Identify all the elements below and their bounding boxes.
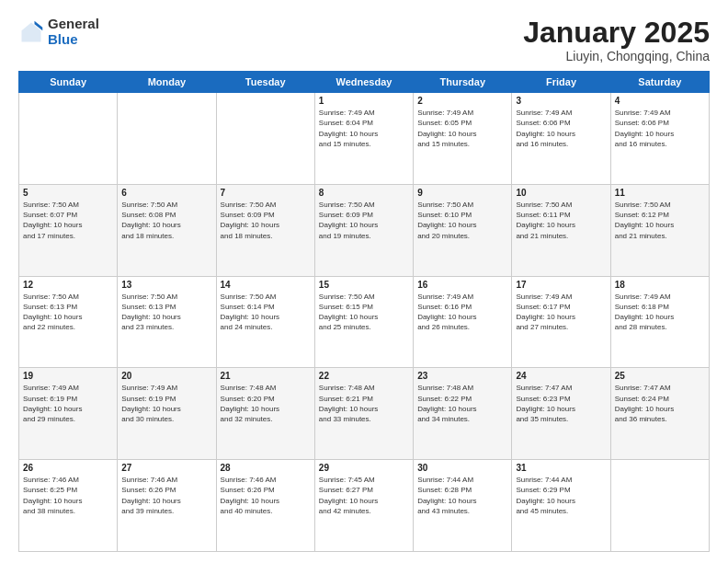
day-info-16: Sunrise: 7:49 AM Sunset: 6:16 PM Dayligh… xyxy=(417,292,507,333)
cell-week3-day6: 25Sunrise: 7:47 AM Sunset: 6:24 PM Dayli… xyxy=(610,368,709,460)
day-number-3: 3 xyxy=(516,96,606,106)
cell-week4-day5: 31Sunrise: 7:44 AM Sunset: 6:29 PM Dayli… xyxy=(512,460,610,552)
day-info-7: Sunrise: 7:50 AM Sunset: 6:09 PM Dayligh… xyxy=(221,200,311,241)
day-number-23: 23 xyxy=(417,371,507,381)
title-block: January 2025 Liuyin, Chongqing, China xyxy=(523,17,710,63)
day-info-31: Sunrise: 7:44 AM Sunset: 6:29 PM Dayligh… xyxy=(516,475,606,516)
day-info-25: Sunrise: 7:47 AM Sunset: 6:24 PM Dayligh… xyxy=(615,383,705,424)
cell-week1-day0: 5Sunrise: 7:50 AM Sunset: 6:07 PM Daylig… xyxy=(19,184,118,276)
day-number-10: 10 xyxy=(516,188,606,198)
day-number-5: 5 xyxy=(23,188,113,198)
day-number-22: 22 xyxy=(319,371,409,381)
day-info-19: Sunrise: 7:49 AM Sunset: 6:19 PM Dayligh… xyxy=(23,383,113,424)
logo: General Blue xyxy=(18,17,99,47)
day-info-24: Sunrise: 7:47 AM Sunset: 6:23 PM Dayligh… xyxy=(516,383,606,424)
day-number-19: 19 xyxy=(23,371,113,381)
cell-week1-day4: 9Sunrise: 7:50 AM Sunset: 6:10 PM Daylig… xyxy=(414,184,512,276)
week-row-2: 12Sunrise: 7:50 AM Sunset: 6:13 PM Dayli… xyxy=(19,276,710,368)
day-number-20: 20 xyxy=(121,371,211,381)
cell-week2-day6: 18Sunrise: 7:49 AM Sunset: 6:18 PM Dayli… xyxy=(610,276,709,368)
day-number-17: 17 xyxy=(516,280,606,290)
header-row: Sunday Monday Tuesday Wednesday Thursday… xyxy=(19,72,710,93)
cell-week1-day3: 8Sunrise: 7:50 AM Sunset: 6:09 PM Daylig… xyxy=(314,184,413,276)
day-number-29: 29 xyxy=(319,463,409,473)
cell-week2-day4: 16Sunrise: 7:49 AM Sunset: 6:16 PM Dayli… xyxy=(414,276,512,368)
cell-week0-day3: 1Sunrise: 7:49 AM Sunset: 6:04 PM Daylig… xyxy=(314,93,413,185)
day-info-14: Sunrise: 7:50 AM Sunset: 6:14 PM Dayligh… xyxy=(221,292,311,333)
day-info-1: Sunrise: 7:49 AM Sunset: 6:04 PM Dayligh… xyxy=(319,108,409,149)
day-number-12: 12 xyxy=(23,280,113,290)
day-info-12: Sunrise: 7:50 AM Sunset: 6:13 PM Dayligh… xyxy=(23,292,113,333)
day-number-30: 30 xyxy=(417,463,507,473)
day-number-14: 14 xyxy=(221,280,311,290)
cell-week4-day4: 30Sunrise: 7:44 AM Sunset: 6:28 PM Dayli… xyxy=(414,460,512,552)
header: General Blue January 2025 Liuyin, Chongq… xyxy=(18,17,710,63)
week-row-4: 26Sunrise: 7:46 AM Sunset: 6:25 PM Dayli… xyxy=(19,460,710,552)
calendar-title: January 2025 xyxy=(523,17,710,49)
day-number-31: 31 xyxy=(516,463,606,473)
header-wednesday: Wednesday xyxy=(314,72,413,93)
day-number-2: 2 xyxy=(417,96,507,106)
day-number-15: 15 xyxy=(319,280,409,290)
header-monday: Monday xyxy=(118,72,216,93)
cell-week4-day3: 29Sunrise: 7:45 AM Sunset: 6:27 PM Dayli… xyxy=(314,460,413,552)
cell-week0-day0 xyxy=(19,93,118,185)
cell-week0-day5: 3Sunrise: 7:49 AM Sunset: 6:06 PM Daylig… xyxy=(512,93,610,185)
day-number-7: 7 xyxy=(221,188,311,198)
day-info-26: Sunrise: 7:46 AM Sunset: 6:25 PM Dayligh… xyxy=(23,475,113,516)
cell-week2-day5: 17Sunrise: 7:49 AM Sunset: 6:17 PM Dayli… xyxy=(512,276,610,368)
day-info-4: Sunrise: 7:49 AM Sunset: 6:06 PM Dayligh… xyxy=(615,108,705,149)
day-number-28: 28 xyxy=(221,463,311,473)
week-row-0: 1Sunrise: 7:49 AM Sunset: 6:04 PM Daylig… xyxy=(19,93,710,185)
cell-week3-day2: 21Sunrise: 7:48 AM Sunset: 6:20 PM Dayli… xyxy=(216,368,314,460)
day-info-20: Sunrise: 7:49 AM Sunset: 6:19 PM Dayligh… xyxy=(121,383,211,424)
cell-week0-day6: 4Sunrise: 7:49 AM Sunset: 6:06 PM Daylig… xyxy=(610,93,709,185)
day-info-13: Sunrise: 7:50 AM Sunset: 6:13 PM Dayligh… xyxy=(121,292,211,333)
day-number-11: 11 xyxy=(615,188,705,198)
cell-week1-day2: 7Sunrise: 7:50 AM Sunset: 6:09 PM Daylig… xyxy=(216,184,314,276)
cell-week0-day1 xyxy=(118,93,216,185)
cell-week4-day2: 28Sunrise: 7:46 AM Sunset: 6:26 PM Dayli… xyxy=(216,460,314,552)
cell-week2-day0: 12Sunrise: 7:50 AM Sunset: 6:13 PM Dayli… xyxy=(19,276,118,368)
logo-text: General Blue xyxy=(48,17,99,47)
cell-week0-day2 xyxy=(216,93,314,185)
header-sunday: Sunday xyxy=(19,72,118,93)
day-info-29: Sunrise: 7:45 AM Sunset: 6:27 PM Dayligh… xyxy=(319,475,409,516)
calendar-body: 1Sunrise: 7:49 AM Sunset: 6:04 PM Daylig… xyxy=(19,93,710,552)
week-row-3: 19Sunrise: 7:49 AM Sunset: 6:19 PM Dayli… xyxy=(19,368,710,460)
day-number-25: 25 xyxy=(615,371,705,381)
cell-week1-day5: 10Sunrise: 7:50 AM Sunset: 6:11 PM Dayli… xyxy=(512,184,610,276)
cell-week1-day1: 6Sunrise: 7:50 AM Sunset: 6:08 PM Daylig… xyxy=(118,184,216,276)
cell-week4-day6 xyxy=(610,460,709,552)
day-info-30: Sunrise: 7:44 AM Sunset: 6:28 PM Dayligh… xyxy=(417,475,507,516)
day-number-21: 21 xyxy=(221,371,311,381)
calendar-table: Sunday Monday Tuesday Wednesday Thursday… xyxy=(18,71,710,552)
day-number-27: 27 xyxy=(121,463,211,473)
page: General Blue January 2025 Liuyin, Chongq… xyxy=(0,0,728,563)
logo-icon xyxy=(18,19,44,45)
day-number-9: 9 xyxy=(417,188,507,198)
cell-week3-day0: 19Sunrise: 7:49 AM Sunset: 6:19 PM Dayli… xyxy=(19,368,118,460)
day-info-10: Sunrise: 7:50 AM Sunset: 6:11 PM Dayligh… xyxy=(516,200,606,241)
cell-week2-day3: 15Sunrise: 7:50 AM Sunset: 6:15 PM Dayli… xyxy=(314,276,413,368)
calendar-header: Sunday Monday Tuesday Wednesday Thursday… xyxy=(19,72,710,93)
cell-week4-day0: 26Sunrise: 7:46 AM Sunset: 6:25 PM Dayli… xyxy=(19,460,118,552)
day-number-13: 13 xyxy=(121,280,211,290)
logo-general-text: General xyxy=(48,17,99,32)
day-number-18: 18 xyxy=(615,280,705,290)
day-info-15: Sunrise: 7:50 AM Sunset: 6:15 PM Dayligh… xyxy=(319,292,409,333)
day-info-27: Sunrise: 7:46 AM Sunset: 6:26 PM Dayligh… xyxy=(121,475,211,516)
header-tuesday: Tuesday xyxy=(216,72,314,93)
day-info-21: Sunrise: 7:48 AM Sunset: 6:20 PM Dayligh… xyxy=(221,383,311,424)
cell-week2-day2: 14Sunrise: 7:50 AM Sunset: 6:14 PM Dayli… xyxy=(216,276,314,368)
day-number-24: 24 xyxy=(516,371,606,381)
day-number-6: 6 xyxy=(121,188,211,198)
week-row-1: 5Sunrise: 7:50 AM Sunset: 6:07 PM Daylig… xyxy=(19,184,710,276)
logo-blue-text: Blue xyxy=(48,32,99,48)
cell-week4-day1: 27Sunrise: 7:46 AM Sunset: 6:26 PM Dayli… xyxy=(118,460,216,552)
day-info-22: Sunrise: 7:48 AM Sunset: 6:21 PM Dayligh… xyxy=(319,383,409,424)
day-info-3: Sunrise: 7:49 AM Sunset: 6:06 PM Dayligh… xyxy=(516,108,606,149)
day-info-8: Sunrise: 7:50 AM Sunset: 6:09 PM Dayligh… xyxy=(319,200,409,241)
header-saturday: Saturday xyxy=(610,72,709,93)
day-info-6: Sunrise: 7:50 AM Sunset: 6:08 PM Dayligh… xyxy=(121,200,211,241)
